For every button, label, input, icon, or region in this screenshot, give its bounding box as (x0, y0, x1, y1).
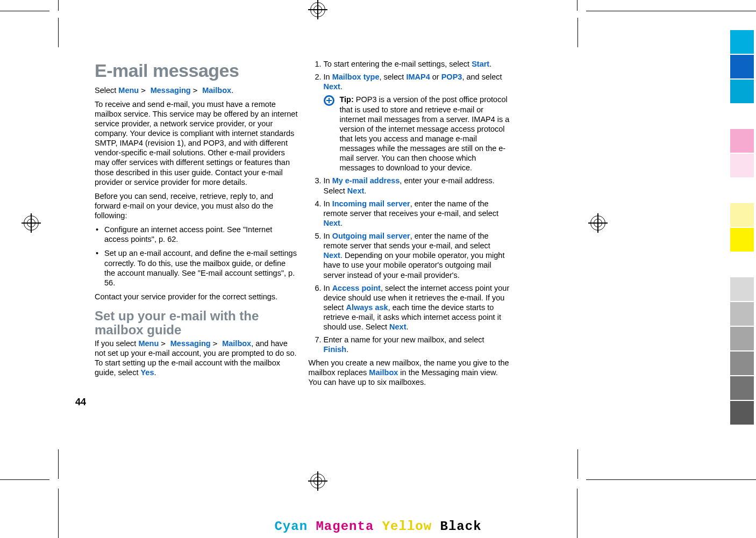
swatch (730, 203, 754, 227)
color-bar-strip (730, 30, 754, 425)
list-item: In Access point, select the internet acc… (324, 283, 512, 332)
crop-mark (577, 449, 578, 479)
registration-mark-icon (22, 213, 41, 233)
page-number: 44 (75, 397, 86, 408)
text: In (324, 199, 332, 208)
text: . Depending on your mobile operator, you… (324, 251, 505, 279)
option-next: Next (324, 251, 340, 260)
list-item: In Incoming mail server, enter the name … (324, 199, 512, 228)
column-left: E-mail messages Select Menu > Messaging … (95, 59, 298, 414)
swatch (730, 376, 754, 400)
cmyk-magenta: Magenta (316, 519, 374, 534)
swatch (730, 302, 754, 326)
tip-plus-icon (324, 95, 334, 106)
nav-menu: Menu (118, 86, 139, 95)
cmyk-yellow: Yellow (382, 519, 432, 534)
text: If you select (95, 339, 138, 348)
field-email-address: My e-mail address (332, 176, 400, 185)
text: In (324, 232, 332, 240)
field-access-point: Access point (332, 284, 381, 292)
option-next: Next (324, 82, 340, 91)
body-text: When you create a new mailbox, the name … (309, 358, 512, 387)
registration-mark-icon (588, 213, 608, 233)
option-pop3: POP3 (441, 73, 462, 81)
text: or (430, 73, 441, 81)
body-text: If you select Menu > Messaging > Mailbox… (95, 339, 298, 378)
crop-mark (577, 18, 578, 47)
text: In (324, 284, 332, 292)
bullet-list: Configure an internet access point. See … (95, 225, 298, 288)
option-finish: Finish (324, 345, 347, 354)
option-next: Next (324, 219, 340, 227)
list-item: Configure an internet access point. See … (95, 225, 298, 244)
text: In (324, 73, 332, 81)
option-next: Next (347, 186, 364, 195)
page-title: E-mail messages (95, 59, 298, 82)
crop-mark (58, 0, 59, 11)
nav-mailbox: Mailbox (369, 368, 398, 377)
cmyk-cyan: Cyan (274, 519, 308, 534)
nav-prefix: Select (95, 86, 118, 95)
body-text: Before you can send, receive, retrieve, … (95, 191, 298, 220)
swatch (730, 129, 754, 153)
crop-mark (586, 479, 756, 480)
field-mailbox-type: Mailbox type (332, 73, 380, 81)
body-text: Contact your service provider for the co… (95, 292, 298, 302)
text: , select (379, 73, 406, 81)
page-content: E-mail messages Select Menu > Messaging … (95, 59, 511, 414)
text: To start entering the e-mail settings, s… (324, 60, 472, 68)
swatch (730, 352, 754, 375)
list-item: In Mailbox type, select IMAP4 or POP3, a… (324, 72, 512, 173)
nav-mailbox: Mailbox (222, 339, 251, 348)
field-outgoing-server: Outgoing mail server (332, 232, 410, 240)
crop-mark (0, 11, 49, 11)
swatch (730, 154, 754, 177)
list-item: In Outgoing mail server, enter the name … (324, 231, 512, 280)
option-yes: Yes (140, 368, 154, 377)
nav-path: Select Menu > Messaging > Mailbox. (95, 85, 298, 95)
tip-text: POP3 is a version of the post office pro… (340, 95, 510, 172)
text: , and select (462, 73, 502, 81)
crop-mark (577, 0, 577, 11)
crop-mark (0, 479, 49, 480)
tip-label: Tip: (340, 95, 354, 104)
swatch (730, 228, 754, 252)
crop-mark (58, 449, 59, 479)
list-item: Set up an e-mail account, and define the… (95, 248, 298, 288)
option-always-ask: Always ask (346, 303, 388, 312)
field-incoming-server: Incoming mail server (332, 199, 410, 208)
section-heading: Set up your e-mail with the mailbox guid… (95, 309, 298, 338)
option-imap4: IMAP4 (406, 73, 430, 81)
nav-menu: Menu (138, 339, 159, 348)
nav-mailbox: Mailbox (202, 86, 231, 95)
option-start: Start (472, 60, 489, 68)
text: In (324, 176, 332, 185)
body-text: To receive and send e-mail, you must hav… (95, 99, 298, 187)
cmyk-black: Black (440, 519, 482, 534)
option-next: Next (389, 322, 406, 331)
nav-messaging: Messaging (170, 339, 211, 348)
column-right: To start entering the e-mail settings, s… (309, 59, 512, 414)
crop-mark (586, 11, 756, 11)
step-list: To start entering the e-mail settings, s… (309, 59, 512, 355)
registration-mark-icon (308, 0, 327, 19)
list-item: To start entering the e-mail settings, s… (324, 59, 512, 69)
cmyk-label: Cyan Magenta Yellow Black (0, 519, 756, 534)
swatch (730, 401, 754, 425)
tip-box: Tip: POP3 is a version of the post offic… (324, 95, 512, 173)
swatch (730, 30, 754, 54)
list-item: Enter a name for your new mailbox, and s… (324, 335, 512, 354)
list-item: In My e-mail address, enter your e-mail … (324, 176, 512, 195)
crop-mark (58, 18, 59, 47)
text: Enter a name for your new mailbox, and s… (324, 335, 484, 344)
nav-messaging: Messaging (151, 86, 191, 95)
registration-mark-icon (308, 471, 327, 491)
swatch (730, 277, 754, 301)
swatch (730, 327, 754, 350)
swatch (730, 55, 754, 78)
swatch (730, 80, 754, 103)
